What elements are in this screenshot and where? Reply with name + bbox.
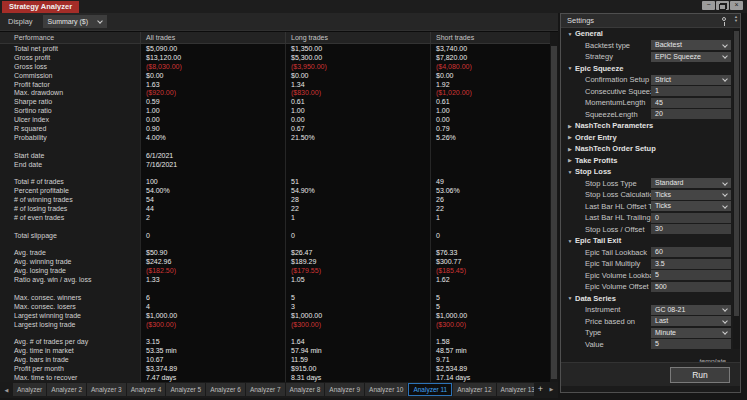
table-row[interactable]: Profit per month$3,374.89$915.00$2,534.8…	[0, 364, 550, 373]
tab-analyzer-8[interactable]: Analyzer 8	[286, 383, 325, 396]
row-value: $300.77	[430, 257, 550, 266]
setting-input[interactable]: 1	[651, 86, 731, 96]
setting-input[interactable]: 45	[651, 98, 731, 108]
table-row[interactable]	[0, 329, 550, 338]
setting-input[interactable]: 5	[651, 339, 731, 349]
table-row[interactable]	[0, 222, 550, 231]
table-row[interactable]: Avg. losing trade($182.50)($179.55)($185…	[0, 266, 550, 275]
table-row[interactable]	[0, 168, 550, 177]
tab-analyzer-9[interactable]: Analyzer 9	[325, 383, 364, 396]
row-value: 0.90	[140, 124, 285, 133]
table-row[interactable]: Gross loss($8,030.00)($3,950.00)($4,080.…	[0, 62, 550, 71]
table-row[interactable]: # of winning trades542826	[0, 195, 550, 204]
settings-section-general[interactable]: ▼General	[561, 28, 740, 40]
table-row[interactable]: Max. consec. winners655	[0, 293, 550, 302]
grid-scrollbar-thumb[interactable]	[551, 46, 557, 379]
table-row[interactable]: Avg. time in market53.35 min57.94 min48.…	[0, 346, 550, 355]
table-row[interactable]	[0, 240, 550, 249]
tab-analyzer-4[interactable]: Analyzer 4	[127, 383, 166, 396]
minimize-button[interactable]: −	[702, 1, 715, 10]
tab-analyzer-12[interactable]: Analyzer 12	[453, 383, 495, 396]
settings-scrollbar-thumb[interactable]	[734, 31, 739, 316]
settings-item-backtest-type: Backtest typeBacktest	[561, 40, 740, 52]
settings-scroll-spinner[interactable]: ▲ ▼	[734, 15, 738, 23]
settings-section-order-entry[interactable]: ▶Order Entry	[561, 132, 740, 144]
tab-scroll-right-icon[interactable]: ▶	[546, 383, 557, 396]
setting-input[interactable]: 3.5	[651, 259, 731, 269]
row-value: 5	[430, 293, 550, 302]
table-row[interactable]: Max. time to recover7.47 days8.31 days17…	[0, 373, 550, 382]
row-label: Ulcer index	[0, 115, 140, 124]
table-row[interactable]: Commission$0.00$0.00$0.00	[0, 71, 550, 80]
table-row[interactable]: Max. drawdown($920.00)($830.00)($1,020.0…	[0, 88, 550, 97]
setting-input[interactable]: 0	[651, 213, 731, 223]
settings-section-stop-loss[interactable]: ▼Stop Loss	[561, 166, 740, 178]
add-tab-button[interactable]: +	[535, 383, 546, 396]
table-row[interactable]: Avg. trade$50.90$26.47$76.33	[0, 248, 550, 257]
tab-analyzer-6[interactable]: Analyzer 6	[206, 383, 245, 396]
setting-input[interactable]: 500	[651, 282, 731, 292]
close-button[interactable]: ×	[730, 1, 743, 10]
settings-section-epic-tail-exit[interactable]: ▼Epic Tail Exit	[561, 235, 740, 247]
settings-section-epic-squeeze[interactable]: ▼Epic Squeeze	[561, 63, 740, 75]
tab-analyzer-5[interactable]: Analyzer 5	[166, 383, 205, 396]
tab-analyzer[interactable]: Analyzer	[13, 383, 46, 396]
table-row[interactable]: Profit factor1.631.341.92	[0, 80, 550, 89]
setting-value: Strict	[651, 76, 671, 83]
pin-icon[interactable]	[722, 17, 726, 21]
table-row[interactable]: Gross profit$13,120.00$5,300.00$7,820.00	[0, 53, 550, 62]
table-row[interactable]: Max. consec. losers435	[0, 302, 550, 311]
performance-grid: Performance All trades Long trades Short…	[0, 32, 558, 382]
table-row[interactable]: Sortino ratio1.001.001.00	[0, 106, 550, 115]
tab-analyzer-3[interactable]: Analyzer 3	[87, 383, 126, 396]
tab-analyzer-13[interactable]: Analyzer 13	[497, 383, 534, 396]
section-label: Data Series	[575, 294, 616, 303]
setting-dropdown[interactable]: GC 08-21	[651, 305, 731, 315]
table-row[interactable]: # of losing trades442222	[0, 204, 550, 213]
table-row[interactable]: Sharpe ratio0.590.610.61	[0, 97, 550, 106]
setting-dropdown[interactable]: Last	[651, 316, 731, 326]
table-row[interactable]: R squared0.900.670.79	[0, 124, 550, 133]
run-button[interactable]: Run	[670, 367, 730, 383]
settings-section-data-series[interactable]: ▼Data Series	[561, 293, 740, 305]
setting-dropdown[interactable]: Minute	[651, 328, 731, 338]
setting-dropdown[interactable]: Ticks	[651, 201, 731, 211]
table-row[interactable]: Ratio avg. win / avg. loss1.331.051.62	[0, 275, 550, 284]
tab-analyzer-11[interactable]: Analyzer 11	[408, 383, 452, 396]
table-row[interactable]: Ulcer index0.000.000.00	[0, 115, 550, 124]
setting-dropdown[interactable]: Backtest	[651, 40, 731, 50]
table-row[interactable]: Probability4.00%21.50%5.26%	[0, 133, 550, 142]
tab-analyzer-7[interactable]: Analyzer 7	[246, 383, 285, 396]
table-row[interactable]: Largest losing trade($300.00)($300.00)($…	[0, 320, 550, 329]
table-row[interactable]: Largest winning trade$1,000.00$1,000.00$…	[0, 311, 550, 320]
tab-scroll-left-icon[interactable]: ◀	[1, 385, 12, 396]
table-row[interactable]: Percent profitable54.00%54.90%53.06%	[0, 186, 550, 195]
setting-input[interactable]: 5	[651, 270, 731, 280]
setting-dropdown[interactable]: Standard	[651, 178, 731, 188]
setting-input[interactable]: 20	[651, 109, 731, 119]
table-row[interactable]: Start date6/1/2021	[0, 151, 550, 160]
display-dropdown[interactable]: Summary ($)	[43, 15, 107, 28]
table-row[interactable]: Total net profit$5,090.00$1,350.00$3,740…	[0, 44, 550, 53]
setting-dropdown[interactable]: Strict	[651, 75, 731, 85]
table-row[interactable]: Avg. winning trade$242.96$189.29$300.77	[0, 257, 550, 266]
table-row[interactable]: Avg. # of trades per day3.151.641.58	[0, 337, 550, 346]
settings-section-nashtech-order-setup[interactable]: ▶NashTech Order Setup	[561, 143, 740, 155]
setting-input[interactable]: 60	[651, 247, 731, 257]
table-row[interactable]	[0, 142, 550, 151]
table-row[interactable]: # of even trades211	[0, 213, 550, 222]
setting-input[interactable]: 30	[651, 224, 731, 234]
tab-analyzer-10[interactable]: Analyzer 10	[365, 383, 407, 396]
tab-analyzer-2[interactable]: Analyzer 2	[47, 383, 86, 396]
table-row[interactable]	[0, 284, 550, 293]
setting-dropdown[interactable]: EPIC Squeeze	[651, 52, 731, 62]
restore-button[interactable]	[716, 1, 729, 10]
table-row[interactable]: Total # of trades1005149	[0, 177, 550, 186]
window-title-tab[interactable]: Strategy Analyzer	[2, 1, 79, 13]
settings-section-take-profits[interactable]: ▶Take Profits	[561, 155, 740, 167]
table-row[interactable]: End date7/16/2021	[0, 160, 550, 169]
table-row[interactable]: Total slippage000	[0, 231, 550, 240]
settings-section-nashtech-parameters[interactable]: ▶NashTech Parameters	[561, 120, 740, 132]
setting-dropdown[interactable]: Ticks	[651, 190, 731, 200]
table-row[interactable]: Avg. bars in trade10.6711.599.71	[0, 355, 550, 364]
